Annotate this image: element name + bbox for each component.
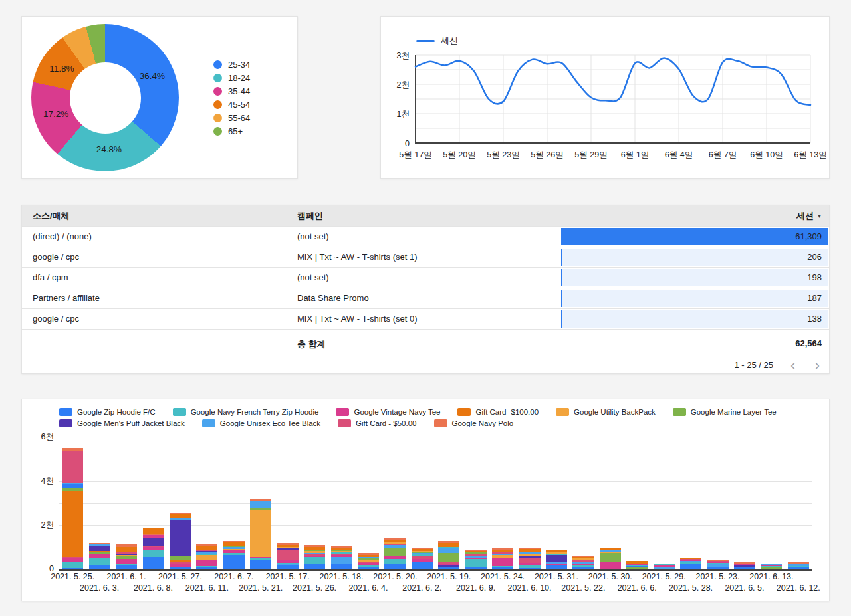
sessions-bar-track	[561, 249, 828, 266]
bar-stack[interactable]	[438, 541, 459, 569]
bar-stack[interactable]	[546, 550, 567, 569]
legend-label: 65+	[228, 126, 243, 136]
bar-segment	[116, 547, 137, 552]
bars-legend-item: Gift Card - $50.00	[338, 419, 416, 427]
bar-stack[interactable]	[89, 543, 110, 569]
table-row[interactable]: google / cpcMIX | Txt ~ AW - T-shirts (s…	[22, 308, 829, 329]
bar-stack[interactable]	[734, 562, 755, 569]
svg-text:1천: 1천	[397, 110, 410, 119]
bar-stack[interactable]	[412, 548, 433, 569]
bars-legend-item: Google Zip Hoodie F/C	[59, 408, 156, 416]
legend-label: Google Zip Hoodie F/C	[77, 408, 156, 416]
col-header-sessions-label: 세션	[796, 205, 814, 226]
bar-stack[interactable]	[384, 538, 406, 569]
bar-stack[interactable]	[680, 558, 701, 569]
table-row[interactable]: (direct) / (none)(not set)61,309	[22, 226, 829, 247]
bar-stack[interactable]	[62, 448, 83, 569]
line-series-swatch	[416, 40, 435, 42]
bar-stack[interactable]	[654, 564, 675, 569]
donut-legend-item: 65+	[213, 124, 250, 138]
x-tick-label: 2021. 5. 23.	[687, 572, 749, 581]
donut-legend-item: 55-64	[213, 111, 250, 124]
legend-swatch-icon	[673, 408, 686, 416]
svg-text:2천: 2천	[397, 80, 410, 90]
bar-segment	[196, 560, 217, 566]
bars-legend-item: Google Utility BackPack	[556, 408, 656, 416]
pagination-range: 1 - 25 / 25	[734, 360, 773, 370]
legend-swatch-icon	[556, 408, 569, 416]
bar-stack[interactable]	[170, 513, 191, 569]
sessions-line-chart[interactable]: 01천2천3천5월 17일5월 20일5월 23일5월 26일5월 29일6월 …	[385, 45, 826, 175]
bar-stack[interactable]	[519, 548, 541, 569]
bar-stack[interactable]	[626, 561, 648, 569]
x-tick-label: 2021. 5. 27.	[150, 572, 211, 581]
table-footer-row: 총 합계 62,564	[22, 329, 829, 356]
sessions-value: 187	[807, 288, 822, 308]
x-tick-label: 2021. 6. 4.	[338, 583, 399, 593]
bar-stack[interactable]	[707, 560, 729, 569]
legend-dot-icon	[213, 74, 222, 82]
legend-swatch-icon	[457, 408, 471, 416]
bar-stack[interactable]	[600, 548, 621, 569]
pagination-prev-button[interactable]: ‹	[788, 358, 798, 371]
donut-slice-percent-label: 24.8%	[88, 144, 130, 154]
bar-stack[interactable]	[788, 562, 809, 569]
sessions-value: 198	[807, 268, 822, 288]
bar-stack[interactable]	[223, 541, 245, 569]
legend-label: 45-54	[228, 100, 250, 110]
bar-stack[interactable]	[761, 564, 782, 569]
legend-label: Gift Card - $50.00	[356, 419, 416, 427]
age-donut-legend: 25-3418-2435-4445-5455-6465+	[213, 58, 250, 138]
bar-stack[interactable]	[465, 550, 487, 569]
bar-segment	[143, 557, 164, 569]
bar-segment	[438, 548, 459, 553]
bar-stack[interactable]	[196, 544, 217, 569]
sessions-value: 206	[807, 247, 822, 267]
gridline	[59, 481, 812, 482]
bar-segment	[680, 564, 701, 569]
bar-stack[interactable]	[304, 545, 325, 569]
bar-stack[interactable]	[277, 543, 299, 569]
legend-label: Google Marine Layer Tee	[691, 408, 777, 416]
x-tick-label: 2021. 5. 17.	[257, 572, 318, 581]
svg-text:6월 1일: 6월 1일	[621, 150, 649, 159]
legend-label: Google Navy Polo	[452, 419, 514, 427]
bar-stack[interactable]	[116, 544, 137, 569]
sessions-bar-fill	[561, 228, 828, 245]
x-tick-label: 2021. 5. 31.	[526, 572, 587, 581]
svg-text:6월 10일: 6월 10일	[750, 150, 783, 159]
product-bar-chart[interactable]: 02천4천6천	[22, 437, 830, 570]
bars-legend-row: Google Zip Hoodie F/CGoogle Navy French …	[59, 408, 777, 416]
table-row[interactable]: google / cpcMIX | Txt ~ AW - T-shirts (s…	[22, 247, 829, 267]
svg-text:5월 23일: 5월 23일	[487, 150, 519, 159]
col-header-campaign[interactable]: 캠페인	[297, 205, 323, 226]
col-header-source[interactable]: 소스/매체	[33, 205, 70, 226]
sessions-value: 138	[807, 309, 822, 329]
y-tick-label: 2천	[22, 520, 54, 531]
x-tick-label: 2021. 6. 13.	[741, 572, 802, 581]
bar-segment	[331, 557, 352, 563]
col-header-sessions[interactable]: 세션 ▾	[796, 205, 821, 226]
bar-stack[interactable]	[143, 528, 164, 569]
pagination-next-button[interactable]: ›	[812, 358, 822, 371]
x-tick-label: 2021. 6. 5.	[714, 583, 775, 593]
legend-label: 55-64	[228, 113, 250, 123]
bar-stack[interactable]	[331, 546, 352, 569]
gridline	[59, 503, 812, 504]
bar-stack[interactable]	[250, 499, 271, 569]
bar-segment	[170, 520, 191, 557]
x-tick-label: 2021. 5. 22.	[552, 583, 614, 593]
x-tick-label: 2021. 5. 21.	[230, 583, 291, 593]
bar-segment	[384, 548, 406, 556]
bar-stack[interactable]	[492, 548, 513, 569]
table-row[interactable]: dfa / cpm(not set)198	[22, 267, 829, 288]
legend-dot-icon	[213, 87, 222, 96]
x-tick-label: 2021. 6. 8.	[123, 583, 184, 593]
bar-stack[interactable]	[358, 553, 379, 569]
table-row[interactable]: Partners / affiliateData Share Promo187	[22, 288, 829, 308]
bar-segment	[89, 558, 110, 565]
campaign-cell: MIX | Txt ~ AW - T-shirts (set 0)	[297, 309, 417, 329]
bar-segment	[89, 546, 110, 551]
bar-stack[interactable]	[572, 556, 594, 569]
x-tick-label: 2021. 5. 19.	[418, 572, 479, 581]
